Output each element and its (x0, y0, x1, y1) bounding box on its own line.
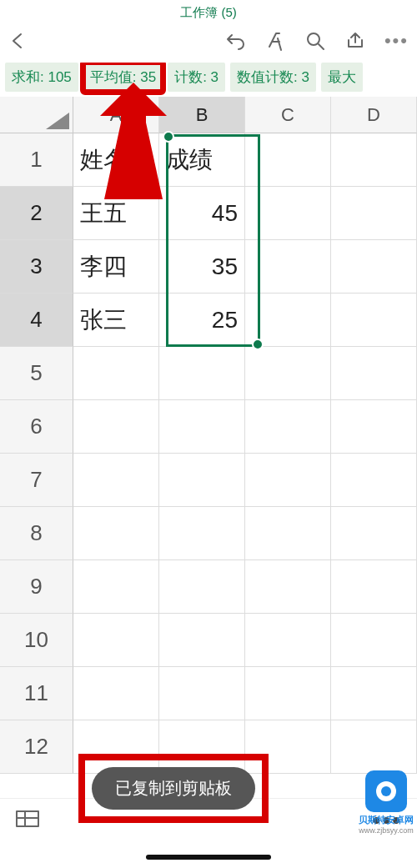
cell-D7[interactable] (331, 454, 417, 507)
cell-D3[interactable] (331, 240, 417, 294)
row-header-11[interactable]: 11 (0, 667, 73, 720)
cell-B9[interactable] (159, 560, 245, 614)
cell-A5[interactable] (73, 347, 159, 400)
row-header-9[interactable]: 9 (0, 560, 73, 614)
toast-annotation: 已复制到剪贴板 (85, 760, 262, 816)
cell-D2[interactable] (331, 187, 417, 240)
cell-C4[interactable] (245, 294, 331, 347)
row-header-8[interactable]: 8 (0, 507, 73, 560)
row-header-3[interactable]: 3 (0, 240, 73, 294)
stat-average[interactable]: 平均值: 35 (83, 63, 163, 92)
cell-A9[interactable] (73, 560, 159, 614)
stat-count[interactable]: 计数: 3 (168, 63, 225, 92)
row-header-4[interactable]: 4 (0, 294, 73, 347)
row-header-6[interactable]: 6 (0, 400, 73, 454)
cell-D10[interactable] (331, 614, 417, 667)
row-header-2[interactable]: 2 (0, 187, 73, 240)
cell-C2[interactable] (245, 187, 331, 240)
cell-C7[interactable] (245, 454, 331, 507)
cell-A4[interactable]: 张三 (73, 294, 159, 347)
stat-sum[interactable]: 求和: 105 (5, 63, 78, 92)
cell-A3[interactable]: 李四 (73, 240, 159, 294)
home-indicator[interactable] (146, 855, 271, 860)
cell-A6[interactable] (73, 400, 159, 454)
cell-B3[interactable]: 35 (159, 240, 245, 294)
cell-C10[interactable] (245, 614, 331, 667)
cell-D1[interactable] (331, 133, 417, 187)
cell-B7[interactable] (159, 454, 245, 507)
watermark-url: www.zjbsyy.com (359, 826, 414, 835)
cell-A7[interactable] (73, 454, 159, 507)
stats-bar: 求和: 105 平均值: 35 计数: 3 数值计数: 3 最大 (0, 63, 417, 97)
cell-B8[interactable] (159, 507, 245, 560)
cell-A8[interactable] (73, 507, 159, 560)
cell-C5[interactable] (245, 347, 331, 400)
row-header-10[interactable]: 10 (0, 614, 73, 667)
cell-B5[interactable] (159, 347, 245, 400)
sheets-icon[interactable] (15, 808, 40, 833)
watermark-logo-icon (365, 770, 407, 812)
cell-D5[interactable] (331, 347, 417, 400)
cell-D4[interactable] (331, 294, 417, 347)
cell-A11[interactable] (73, 667, 159, 720)
stat-numeric-count[interactable]: 数值计数: 3 (230, 63, 316, 92)
cell-A10[interactable] (73, 614, 159, 667)
stat-max[interactable]: 最大 (321, 63, 363, 92)
cell-D12[interactable] (331, 720, 417, 774)
row-header-12[interactable]: 12 (0, 720, 73, 774)
cell-C6[interactable] (245, 400, 331, 454)
cell-B2[interactable]: 45 (159, 187, 245, 240)
back-icon[interactable] (8, 32, 27, 50)
cell-D9[interactable] (331, 560, 417, 614)
cell-C8[interactable] (245, 507, 331, 560)
share-icon[interactable] (344, 30, 366, 52)
spreadsheet-grid[interactable]: A B C D 1 姓名 成绩 2 王五 45 3 李四 35 4 张三 25 … (0, 97, 417, 774)
select-all-corner[interactable] (0, 97, 73, 133)
col-header-C[interactable]: C (245, 97, 331, 133)
watermark-site: 贝斯特安卓网 (359, 814, 414, 826)
cell-C9[interactable] (245, 560, 331, 614)
format-icon[interactable] (264, 30, 286, 52)
cell-C11[interactable] (245, 667, 331, 720)
cell-C3[interactable] (245, 240, 331, 294)
cell-B6[interactable] (159, 400, 245, 454)
watermark: 贝斯特安卓网 www.zjbsyy.com (359, 770, 414, 835)
workbook-title: 工作簿 (5) (0, 0, 417, 23)
cell-D6[interactable] (331, 400, 417, 454)
col-header-A[interactable]: A (73, 97, 159, 133)
clipboard-toast: 已复制到剪贴板 (92, 767, 255, 810)
more-icon[interactable]: ••• (384, 30, 409, 52)
cell-D8[interactable] (331, 507, 417, 560)
svg-point-0 (308, 33, 319, 45)
row-header-7[interactable]: 7 (0, 454, 73, 507)
undo-icon[interactable] (224, 31, 246, 51)
cell-D11[interactable] (331, 667, 417, 720)
svg-point-5 (381, 786, 391, 796)
col-header-B[interactable]: B (159, 97, 245, 133)
cell-B10[interactable] (159, 614, 245, 667)
cell-A2[interactable]: 王五 (73, 187, 159, 240)
row-header-5[interactable]: 5 (0, 347, 73, 400)
col-header-D[interactable]: D (331, 97, 417, 133)
top-toolbar: ••• (0, 23, 417, 63)
cell-C1[interactable] (245, 133, 331, 187)
cell-A1[interactable]: 姓名 (73, 133, 159, 187)
search-icon[interactable] (304, 30, 326, 52)
cell-B11[interactable] (159, 667, 245, 720)
cell-B1[interactable]: 成绩 (159, 133, 245, 187)
row-header-1[interactable]: 1 (0, 133, 73, 187)
cell-B4[interactable]: 25 (159, 294, 245, 347)
